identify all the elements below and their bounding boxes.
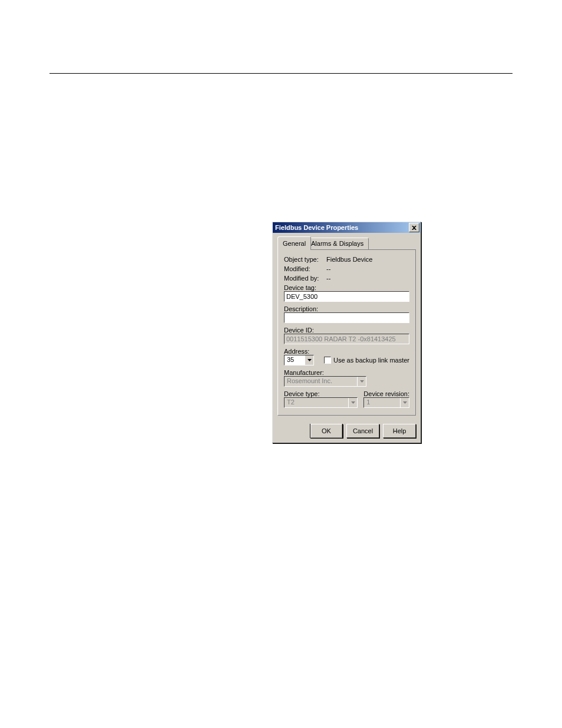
chevron-down-icon	[360, 380, 364, 383]
description-label: Description:	[284, 305, 409, 312]
device-type-dropdown-button	[348, 398, 357, 407]
address-dropdown[interactable]: 35	[284, 355, 314, 365]
device-id-input	[284, 334, 409, 344]
tab-general[interactable]: General	[277, 236, 311, 250]
chevron-down-icon	[308, 359, 312, 361]
device-revision-value: 1	[364, 398, 400, 407]
button-row: OK Cancel Help	[273, 420, 421, 443]
device-type-label: Device type:	[284, 390, 358, 397]
tab-alarms-displays[interactable]: Alarms & Displays	[306, 238, 369, 249]
tab-alarms-label: Alarms & Displays	[311, 240, 363, 247]
cancel-button[interactable]: Cancel	[346, 424, 379, 438]
manufacturer-dropdown: Rosemount Inc.	[284, 376, 366, 387]
device-revision-dropdown-button	[400, 398, 409, 407]
backup-link-master-checkbox[interactable]	[324, 357, 331, 364]
help-button[interactable]: Help	[383, 424, 416, 438]
device-id-label: Device ID:	[284, 327, 409, 334]
device-revision-dropdown: 1	[363, 397, 409, 408]
window-title: Fieldbus Device Properties	[275, 224, 409, 231]
modified-label: Modified:	[284, 265, 322, 272]
manufacturer-dropdown-button	[357, 377, 366, 386]
modified-by-value: --	[326, 275, 330, 282]
device-tag-input[interactable]	[284, 291, 409, 302]
help-button-label: Help	[393, 427, 406, 434]
device-type-dropdown: T2	[284, 397, 358, 408]
title-bar: Fieldbus Device Properties	[273, 222, 421, 233]
chevron-down-icon	[351, 401, 355, 404]
device-type-value: T2	[285, 398, 348, 407]
ok-button-label: OK	[322, 427, 331, 434]
address-dropdown-button[interactable]	[305, 355, 313, 365]
close-button[interactable]	[409, 223, 419, 232]
tab-body: Object type: Fieldbus Device Modified: -…	[277, 250, 416, 416]
device-tag-label: Device tag:	[284, 284, 409, 291]
backup-link-master-label: Use as backup link master	[333, 357, 409, 364]
tab-general-label: General	[283, 240, 306, 247]
tab-strip: General Alarms & Displays	[277, 238, 416, 250]
object-type-label: Object type:	[284, 256, 322, 263]
cancel-button-label: Cancel	[353, 427, 373, 434]
modified-by-label: Modified by:	[284, 275, 322, 282]
modified-value: --	[326, 265, 330, 272]
ok-button[interactable]: OK	[310, 424, 343, 438]
address-label: Address:	[284, 348, 314, 355]
description-input[interactable]	[284, 312, 409, 323]
close-icon	[412, 226, 416, 230]
manufacturer-label: Manufacturer:	[284, 369, 409, 376]
object-type-value: Fieldbus Device	[326, 256, 372, 263]
manufacturer-value: Rosemount Inc.	[285, 377, 357, 386]
dialog-window: Fieldbus Device Properties General Alarm…	[272, 222, 421, 443]
device-revision-label: Device revision:	[363, 390, 409, 397]
address-value: 35	[285, 355, 305, 365]
chevron-down-icon	[403, 401, 407, 404]
horizontal-rule	[49, 73, 513, 74]
